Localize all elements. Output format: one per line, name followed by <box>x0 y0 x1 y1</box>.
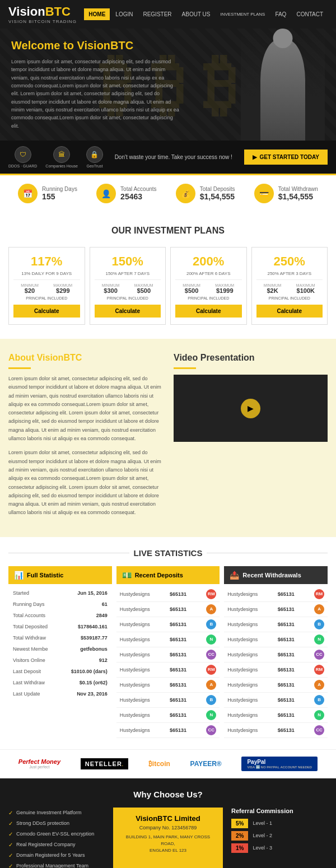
deposit-badge-9: CC <box>206 725 216 735</box>
withdrawal-name-0: Hustydesigns <box>227 591 258 597</box>
deposit-item-6: Hustydesigns $65131 A <box>116 678 220 693</box>
get-started-label: GET STARTED TODAY <box>260 154 320 160</box>
withdrawal-item-1: Hustydesigns $65131 A <box>224 602 328 617</box>
table-row: Running Days61 <box>10 599 111 609</box>
total-accounts-label: Total Accounts <box>120 186 156 192</box>
deposit-name-3: Hustydesigns <box>120 637 150 642</box>
plan-0-max-value: $299 <box>53 287 72 294</box>
deposit-item-3: Hustydesigns $65131 N <box>116 632 220 647</box>
stat-value: 2849 <box>60 610 111 620</box>
plan-3-calculate-button[interactable]: Calculate <box>256 305 323 318</box>
plan-2-min-label: MINIMUM <box>183 283 200 287</box>
hero-section: ₿ ₿ ₿ Welcome to VisionBTC Lorem ipsum d… <box>0 29 336 141</box>
video-title: Video Presentation <box>174 353 328 363</box>
plan-1: 150% 150% AFTER 7 DAYS MINIMUM $300 MAXI… <box>90 247 166 325</box>
plan-0-percent: 117% <box>13 254 80 269</box>
withdrawal-amount-4: $65131 <box>278 652 295 657</box>
table-row: Total Accounts2849 <box>10 610 111 620</box>
deposit-badge-6: A <box>206 680 216 690</box>
hero-title-brand: VisionBTC <box>77 39 133 52</box>
about-text-1: Lorem ipsum dolor sit amet, consectetur … <box>8 375 162 443</box>
stat-value: Nov 23, 2016 <box>60 689 111 699</box>
total-deposits-label: Total Deposits <box>200 186 235 192</box>
withdrawal-badge-0: RM <box>314 589 324 599</box>
neteller-logo: NETELLER <box>85 760 122 767</box>
referral-level-2: 1% Level - 3 <box>231 843 328 853</box>
hero-title-prefix: Welcome to <box>11 39 77 52</box>
plan-3-principal: PRINCIPAL INCLUDED <box>256 296 323 300</box>
total-withdrawn-icon: 💳 <box>254 184 274 203</box>
nav-faq[interactable]: FAQ <box>270 8 291 20</box>
stat-value: getfebonus <box>60 644 111 654</box>
payment-payeer: PAYEER® <box>190 760 222 768</box>
plan-1-calculate-button[interactable]: Calculate <box>95 305 161 318</box>
plan-0: 117% 13% DAILY FOR 9 DAYS MINIMUM $20 MA… <box>8 247 85 325</box>
plan-1-max-label: MAXIMUM <box>134 283 153 287</box>
stat-value: 61 <box>60 599 111 609</box>
stat-label: Last Deposit <box>10 666 59 676</box>
deposit-item-8: Hustydesigns $65131 N <box>116 708 220 723</box>
nav-investment[interactable]: INVESTMENT PLANS <box>216 9 270 20</box>
deposit-badge-7: B <box>206 695 216 705</box>
withdrawal-amount-1: $65131 <box>278 606 295 612</box>
withdrawal-amount-3: $65131 <box>278 637 295 642</box>
play-button[interactable]: ▶ <box>241 399 260 418</box>
why-features-list: ✓ Genuine Investment Platform ✓ Strong D… <box>8 808 105 868</box>
withdrawal-item-3: Hustydesigns $65131 N <box>224 632 328 647</box>
plan-1-divider <box>95 279 161 280</box>
deposit-amount-8: $65131 <box>170 712 186 718</box>
plan-0-calculate-button[interactable]: Calculate <box>13 305 80 318</box>
referral-level-0: 5% Level - 1 <box>231 819 328 828</box>
get-started-button[interactable]: ▶ GET STARTED TODAY <box>244 150 328 165</box>
nav-home[interactable]: HOME <box>84 8 110 20</box>
deposit-amount-0: $65131 <box>170 591 186 597</box>
deposit-item-1: Hustydesigns $65131 A <box>116 602 220 617</box>
plan-0-principal: PRINCIPAL INCLUDED <box>13 296 80 300</box>
stat-value: $0.15 (or62) <box>60 678 111 688</box>
ddos-label: DDOS · GUARD <box>8 164 37 168</box>
withdrawal-amount-6: $65131 <box>278 682 295 688</box>
table-row: Visitors Online912 <box>10 655 111 665</box>
stat-label: Last Withdraw <box>10 678 59 688</box>
stat-value: $539187.77 <box>60 633 111 643</box>
nav-register[interactable]: REGISTER <box>138 8 176 20</box>
nav-login[interactable]: LOGIN <box>111 8 137 20</box>
check-icon-2: ✓ <box>8 831 13 837</box>
plan-0-max: MAXIMUM $299 <box>53 283 72 294</box>
video-player[interactable]: ▶ <box>174 375 328 442</box>
bitcoin-logo: ₿itcoin <box>148 760 170 768</box>
check-icon-5: ✓ <box>8 863 13 868</box>
plan-1-principal: PRINCIPAL INCLUDED <box>95 296 161 300</box>
check-icon-3: ✓ <box>8 842 13 848</box>
deposit-item-7: Hustydesigns $65131 B <box>116 693 220 708</box>
plan-2-calculate-button[interactable]: Calculate <box>175 305 242 318</box>
logo-btc: BTC <box>45 4 71 18</box>
stat-label: Running Days <box>10 599 59 609</box>
withdrawal-badge-7: B <box>314 695 324 705</box>
feature-4: ✓ Domain Registered for 5 Years <box>8 850 105 861</box>
feature-0: ✓ Genuine Investment Platform <box>8 808 105 818</box>
deposit-amount-4: $65131 <box>170 652 186 657</box>
video-divider <box>174 367 196 369</box>
nav-contact[interactable]: CONTACT <box>292 8 328 20</box>
withdrawal-name-5: Hustydesigns <box>227 667 258 673</box>
lady-silhouette <box>260 40 305 141</box>
about-title: About VisionBTC <box>8 353 162 363</box>
deposit-name-8: Hustydesigns <box>120 712 150 718</box>
deposit-name-4: Hustydesigns <box>120 652 150 657</box>
withdrawal-amount-7: $65131 <box>278 697 295 703</box>
plan-3-max: MAXIMUM $100K <box>296 283 315 294</box>
trust-tagline: Don't waste your time. Take your success… <box>111 154 236 160</box>
plan-2-divider <box>175 279 242 280</box>
referral-label-1: Level - 2 <box>253 833 272 838</box>
nav-about[interactable]: ABOUT US <box>178 8 215 20</box>
stat-total-deposits: 💰 Total Deposits $1,54,555 <box>176 184 235 203</box>
header: VisionBTC VISION BITCOIN TRADING HOME LO… <box>0 0 336 29</box>
deposit-badge-5: RM <box>206 665 216 675</box>
deposit-name-0: Hustydesigns <box>120 591 150 597</box>
stat-running-days: 📅 Running Days 155 <box>18 184 77 203</box>
about-right: Video Presentation ▶ <box>174 353 328 523</box>
stat-total-withdrawn: 💳 Total Withdrawn $1,54,555 <box>254 184 318 203</box>
deposit-amount-9: $65131 <box>170 727 186 733</box>
payment-perfectmoney: Perfect Money Just perfect <box>18 758 60 769</box>
